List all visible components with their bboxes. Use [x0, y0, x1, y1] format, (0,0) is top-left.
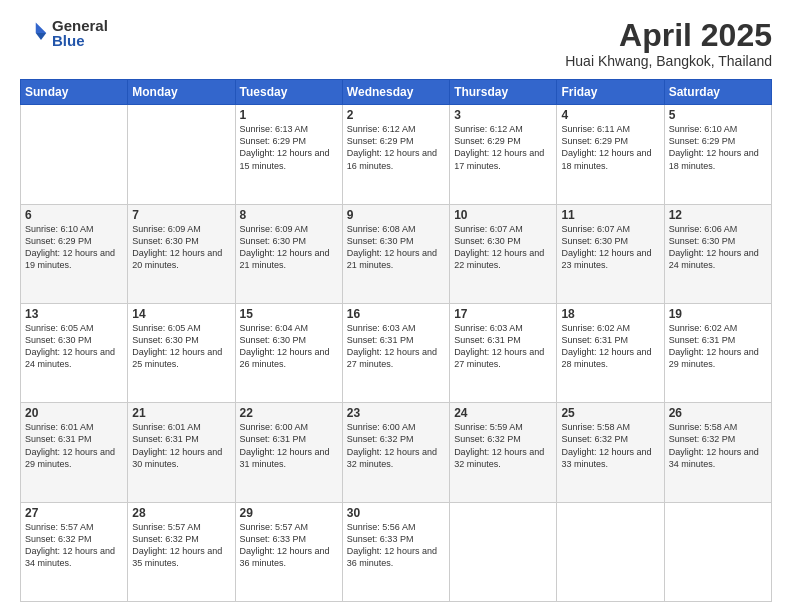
table-row: 29Sunrise: 5:57 AM Sunset: 6:33 PM Dayli… [235, 502, 342, 601]
day-number: 10 [454, 208, 552, 222]
day-number: 22 [240, 406, 338, 420]
table-row [664, 502, 771, 601]
calendar-week-row: 13Sunrise: 6:05 AM Sunset: 6:30 PM Dayli… [21, 303, 772, 402]
table-row: 15Sunrise: 6:04 AM Sunset: 6:30 PM Dayli… [235, 303, 342, 402]
table-row: 16Sunrise: 6:03 AM Sunset: 6:31 PM Dayli… [342, 303, 449, 402]
table-row: 20Sunrise: 6:01 AM Sunset: 6:31 PM Dayli… [21, 403, 128, 502]
day-info: Sunrise: 6:06 AM Sunset: 6:30 PM Dayligh… [669, 223, 767, 272]
table-row: 12Sunrise: 6:06 AM Sunset: 6:30 PM Dayli… [664, 204, 771, 303]
page: General Blue April 2025 Huai Khwang, Ban… [0, 0, 792, 612]
day-info: Sunrise: 5:58 AM Sunset: 6:32 PM Dayligh… [669, 421, 767, 470]
logo: General Blue [20, 18, 108, 48]
day-info: Sunrise: 6:01 AM Sunset: 6:31 PM Dayligh… [132, 421, 230, 470]
table-row: 9Sunrise: 6:08 AM Sunset: 6:30 PM Daylig… [342, 204, 449, 303]
day-info: Sunrise: 5:57 AM Sunset: 6:32 PM Dayligh… [25, 521, 123, 570]
day-info: Sunrise: 6:04 AM Sunset: 6:30 PM Dayligh… [240, 322, 338, 371]
table-row [557, 502, 664, 601]
table-row: 10Sunrise: 6:07 AM Sunset: 6:30 PM Dayli… [450, 204, 557, 303]
table-row: 13Sunrise: 6:05 AM Sunset: 6:30 PM Dayli… [21, 303, 128, 402]
day-number: 27 [25, 506, 123, 520]
title-block: April 2025 Huai Khwang, Bangkok, Thailan… [565, 18, 772, 69]
day-number: 5 [669, 108, 767, 122]
day-number: 17 [454, 307, 552, 321]
day-info: Sunrise: 6:09 AM Sunset: 6:30 PM Dayligh… [132, 223, 230, 272]
location-title: Huai Khwang, Bangkok, Thailand [565, 53, 772, 69]
table-row: 27Sunrise: 5:57 AM Sunset: 6:32 PM Dayli… [21, 502, 128, 601]
table-row: 8Sunrise: 6:09 AM Sunset: 6:30 PM Daylig… [235, 204, 342, 303]
day-info: Sunrise: 5:59 AM Sunset: 6:32 PM Dayligh… [454, 421, 552, 470]
day-info: Sunrise: 6:03 AM Sunset: 6:31 PM Dayligh… [454, 322, 552, 371]
day-info: Sunrise: 5:56 AM Sunset: 6:33 PM Dayligh… [347, 521, 445, 570]
table-row: 22Sunrise: 6:00 AM Sunset: 6:31 PM Dayli… [235, 403, 342, 502]
day-number: 9 [347, 208, 445, 222]
day-number: 14 [132, 307, 230, 321]
calendar-table: Sunday Monday Tuesday Wednesday Thursday… [20, 79, 772, 602]
day-info: Sunrise: 5:57 AM Sunset: 6:32 PM Dayligh… [132, 521, 230, 570]
day-info: Sunrise: 5:58 AM Sunset: 6:32 PM Dayligh… [561, 421, 659, 470]
day-info: Sunrise: 6:03 AM Sunset: 6:31 PM Dayligh… [347, 322, 445, 371]
day-number: 21 [132, 406, 230, 420]
table-row [128, 105, 235, 204]
table-row: 21Sunrise: 6:01 AM Sunset: 6:31 PM Dayli… [128, 403, 235, 502]
logo-general-text: General [52, 18, 108, 33]
day-info: Sunrise: 6:13 AM Sunset: 6:29 PM Dayligh… [240, 123, 338, 172]
day-info: Sunrise: 6:12 AM Sunset: 6:29 PM Dayligh… [454, 123, 552, 172]
table-row: 2Sunrise: 6:12 AM Sunset: 6:29 PM Daylig… [342, 105, 449, 204]
table-row: 25Sunrise: 5:58 AM Sunset: 6:32 PM Dayli… [557, 403, 664, 502]
day-number: 15 [240, 307, 338, 321]
col-tuesday: Tuesday [235, 80, 342, 105]
table-row: 6Sunrise: 6:10 AM Sunset: 6:29 PM Daylig… [21, 204, 128, 303]
table-row: 14Sunrise: 6:05 AM Sunset: 6:30 PM Dayli… [128, 303, 235, 402]
svg-marker-1 [36, 33, 47, 40]
table-row: 30Sunrise: 5:56 AM Sunset: 6:33 PM Dayli… [342, 502, 449, 601]
month-title: April 2025 [565, 18, 772, 53]
col-friday: Friday [557, 80, 664, 105]
table-row: 17Sunrise: 6:03 AM Sunset: 6:31 PM Dayli… [450, 303, 557, 402]
day-info: Sunrise: 6:07 AM Sunset: 6:30 PM Dayligh… [454, 223, 552, 272]
day-number: 12 [669, 208, 767, 222]
day-number: 2 [347, 108, 445, 122]
table-row: 26Sunrise: 5:58 AM Sunset: 6:32 PM Dayli… [664, 403, 771, 502]
day-number: 18 [561, 307, 659, 321]
header: General Blue April 2025 Huai Khwang, Ban… [20, 18, 772, 69]
col-wednesday: Wednesday [342, 80, 449, 105]
day-info: Sunrise: 6:02 AM Sunset: 6:31 PM Dayligh… [561, 322, 659, 371]
day-number: 30 [347, 506, 445, 520]
table-row: 5Sunrise: 6:10 AM Sunset: 6:29 PM Daylig… [664, 105, 771, 204]
day-info: Sunrise: 6:05 AM Sunset: 6:30 PM Dayligh… [132, 322, 230, 371]
day-number: 28 [132, 506, 230, 520]
day-number: 29 [240, 506, 338, 520]
calendar-week-row: 1Sunrise: 6:13 AM Sunset: 6:29 PM Daylig… [21, 105, 772, 204]
day-info: Sunrise: 6:05 AM Sunset: 6:30 PM Dayligh… [25, 322, 123, 371]
day-number: 3 [454, 108, 552, 122]
calendar-week-row: 6Sunrise: 6:10 AM Sunset: 6:29 PM Daylig… [21, 204, 772, 303]
table-row: 4Sunrise: 6:11 AM Sunset: 6:29 PM Daylig… [557, 105, 664, 204]
table-row: 18Sunrise: 6:02 AM Sunset: 6:31 PM Dayli… [557, 303, 664, 402]
day-info: Sunrise: 6:09 AM Sunset: 6:30 PM Dayligh… [240, 223, 338, 272]
day-info: Sunrise: 6:00 AM Sunset: 6:32 PM Dayligh… [347, 421, 445, 470]
day-number: 24 [454, 406, 552, 420]
table-row: 11Sunrise: 6:07 AM Sunset: 6:30 PM Dayli… [557, 204, 664, 303]
day-info: Sunrise: 6:10 AM Sunset: 6:29 PM Dayligh… [669, 123, 767, 172]
day-number: 6 [25, 208, 123, 222]
calendar-header-row: Sunday Monday Tuesday Wednesday Thursday… [21, 80, 772, 105]
table-row: 7Sunrise: 6:09 AM Sunset: 6:30 PM Daylig… [128, 204, 235, 303]
day-info: Sunrise: 6:02 AM Sunset: 6:31 PM Dayligh… [669, 322, 767, 371]
day-number: 23 [347, 406, 445, 420]
table-row: 19Sunrise: 6:02 AM Sunset: 6:31 PM Dayli… [664, 303, 771, 402]
table-row: 24Sunrise: 5:59 AM Sunset: 6:32 PM Dayli… [450, 403, 557, 502]
calendar-week-row: 20Sunrise: 6:01 AM Sunset: 6:31 PM Dayli… [21, 403, 772, 502]
day-info: Sunrise: 5:57 AM Sunset: 6:33 PM Dayligh… [240, 521, 338, 570]
day-number: 7 [132, 208, 230, 222]
day-number: 16 [347, 307, 445, 321]
table-row: 1Sunrise: 6:13 AM Sunset: 6:29 PM Daylig… [235, 105, 342, 204]
col-sunday: Sunday [21, 80, 128, 105]
day-number: 26 [669, 406, 767, 420]
col-thursday: Thursday [450, 80, 557, 105]
day-info: Sunrise: 6:12 AM Sunset: 6:29 PM Dayligh… [347, 123, 445, 172]
table-row: 23Sunrise: 6:00 AM Sunset: 6:32 PM Dayli… [342, 403, 449, 502]
table-row [450, 502, 557, 601]
day-info: Sunrise: 6:00 AM Sunset: 6:31 PM Dayligh… [240, 421, 338, 470]
day-number: 1 [240, 108, 338, 122]
day-number: 25 [561, 406, 659, 420]
